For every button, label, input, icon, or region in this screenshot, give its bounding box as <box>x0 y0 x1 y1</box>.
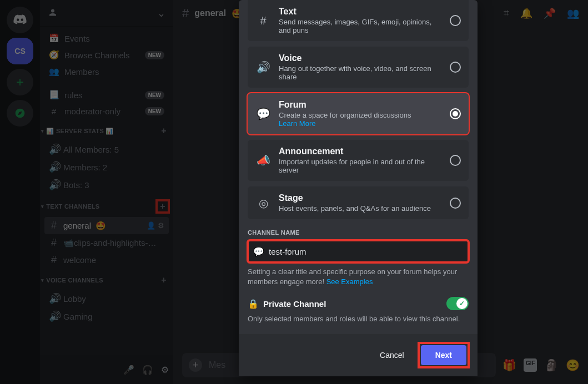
learn-more-link[interactable]: Learn More <box>279 119 442 128</box>
channel-type-forum[interactable]: 💬 Forum Create a space for organized dis… <box>248 93 469 134</box>
radio-text[interactable] <box>450 15 461 26</box>
private-toggle[interactable]: ✓ <box>446 297 469 310</box>
private-desc: Only selected members and roles will be … <box>248 315 469 323</box>
create-channel-modal: # Text Send messages, images, GIFs, emoj… <box>239 0 478 376</box>
radio-forum[interactable] <box>450 108 461 119</box>
radio-announcement[interactable] <box>450 155 461 166</box>
channel-name-input[interactable] <box>269 247 463 256</box>
voice-icon: 🔊 <box>255 60 271 74</box>
next-button[interactable]: Next <box>421 345 466 365</box>
channel-type-announcement[interactable]: 📣 Announcement Important updates for peo… <box>248 140 469 181</box>
private-title: Private Channel <box>263 299 326 309</box>
forum-bubble-icon: 💬 <box>253 246 264 257</box>
see-examples-link[interactable]: See Examples <box>326 277 373 286</box>
megaphone-icon: 📣 <box>255 154 271 167</box>
channel-type-text[interactable]: # Text Send messages, images, GIFs, emoj… <box>248 0 469 41</box>
radio-stage[interactable] <box>450 198 461 209</box>
private-channel-row: 🔒 Private Channel ✓ <box>248 297 469 310</box>
channel-name-input-wrapper: 💬 <box>248 240 469 262</box>
cancel-button[interactable]: Cancel <box>372 345 412 365</box>
channel-type-stage[interactable]: ◎ Stage Host events, panels, and Q&As fo… <box>248 186 469 219</box>
radio-voice[interactable] <box>450 62 461 73</box>
helper-text: Setting a clear title and specific purpo… <box>248 267 469 287</box>
channel-name-label: CHANNEL NAME <box>248 229 469 236</box>
lock-icon: 🔒 <box>248 299 259 309</box>
channel-type-voice[interactable]: 🔊 Voice Hang out together with voice, vi… <box>248 47 469 88</box>
forum-icon: 💬 <box>255 107 271 120</box>
toggle-knob: ✓ <box>456 298 468 309</box>
hash-icon: # <box>255 14 271 27</box>
stage-icon: ◎ <box>255 196 271 210</box>
modal-footer: Cancel Next <box>239 334 478 376</box>
